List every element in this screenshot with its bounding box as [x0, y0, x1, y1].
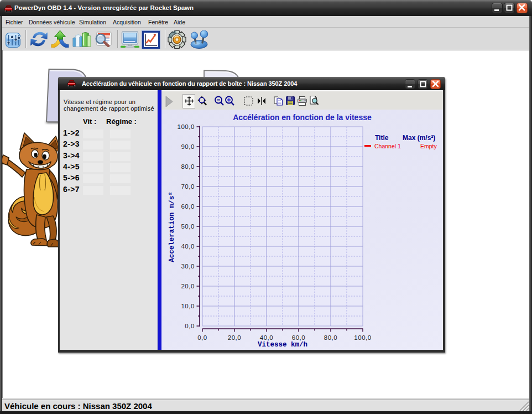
svg-text:0,0: 0,0 [197, 334, 207, 341]
svg-text:10,0: 10,0 [181, 303, 195, 309]
svg-text:20,0: 20,0 [228, 334, 242, 341]
svg-text:70,0: 70,0 [181, 183, 195, 190]
svg-text:Vitesse km/h: Vitesse km/h [258, 341, 307, 349]
svg-text:50,0: 50,0 [181, 223, 195, 230]
svg-text:60,0: 60,0 [292, 334, 306, 341]
svg-text:100,0: 100,0 [354, 334, 372, 341]
svg-text:30,0: 30,0 [181, 263, 195, 270]
svg-text:40,0: 40,0 [260, 334, 274, 341]
svg-text:100,0: 100,0 [177, 123, 195, 130]
svg-text:90,0: 90,0 [181, 143, 195, 150]
svg-text:80,0: 80,0 [181, 163, 195, 170]
svg-text:60,0: 60,0 [181, 203, 195, 210]
svg-text:80,0: 80,0 [324, 334, 338, 341]
svg-text:20,0: 20,0 [181, 283, 195, 289]
svg-text:Acceleration m/s²: Acceleration m/s² [168, 192, 176, 262]
svg-text:0,0: 0,0 [185, 323, 195, 329]
svg-text:40,0: 40,0 [181, 243, 195, 250]
